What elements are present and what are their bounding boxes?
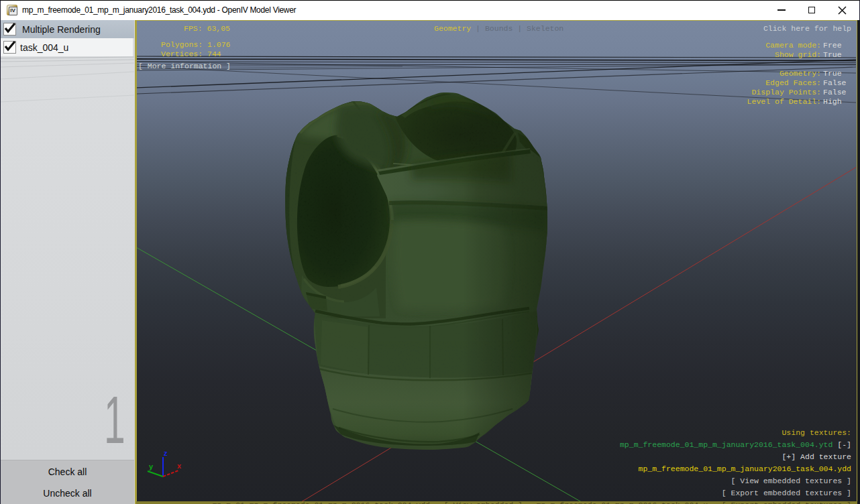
svg-text:z: z: [164, 449, 168, 457]
svg-text:y: y: [149, 462, 154, 470]
svg-text:x: x: [177, 462, 182, 470]
